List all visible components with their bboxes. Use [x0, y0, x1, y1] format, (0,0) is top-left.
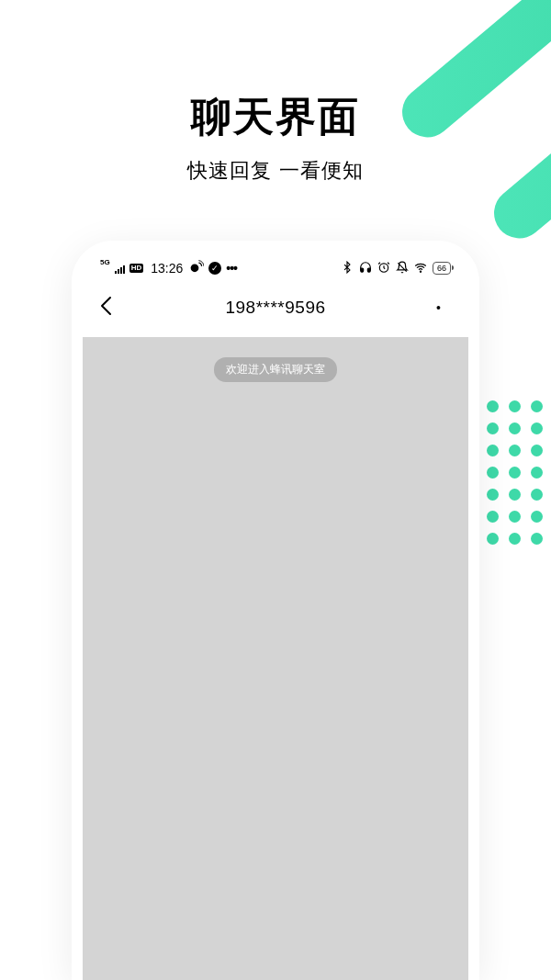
signal-icon: [115, 264, 125, 274]
network-5g-label: 5G: [100, 259, 110, 266]
svg-point-0: [191, 264, 199, 272]
check-badge-icon: ✓: [208, 262, 221, 275]
welcome-message: 欢迎进入蜂讯聊天室: [214, 357, 337, 382]
status-bar: 5G HD 13:26 ✓ •••: [83, 252, 468, 281]
wifi-icon: [414, 261, 427, 276]
more-dots-icon: •••: [226, 261, 237, 276]
promo-title: 聊天界面: [0, 90, 551, 144]
status-right: 66: [341, 261, 451, 276]
status-left: 5G HD 13:26 ✓ •••: [100, 260, 237, 276]
chat-title: 198****9596: [225, 298, 325, 318]
svg-point-2: [420, 271, 421, 272]
dnd-icon: [396, 261, 409, 276]
nav-bar: 198****9596 •: [83, 281, 468, 337]
phone-mockup-frame: 5G HD 13:26 ✓ •••: [72, 241, 479, 980]
promo-subtitle: 快速回复 一看便知: [0, 157, 551, 185]
headphones-icon: [359, 261, 372, 276]
more-button[interactable]: •: [429, 293, 448, 322]
hd-badge: HD: [129, 264, 144, 273]
alarm-icon: [377, 261, 390, 276]
promo-heading: 聊天界面 快速回复 一看便知: [0, 0, 551, 185]
battery-indicator: 66: [433, 262, 451, 275]
status-time: 13:26: [151, 261, 183, 276]
weibo-icon: [190, 260, 204, 276]
phone-screen: 5G HD 13:26 ✓ •••: [83, 252, 468, 980]
chat-body[interactable]: 欢迎进入蜂讯聊天室: [83, 337, 468, 980]
back-button[interactable]: [100, 292, 119, 323]
bluetooth-icon: [341, 261, 354, 276]
